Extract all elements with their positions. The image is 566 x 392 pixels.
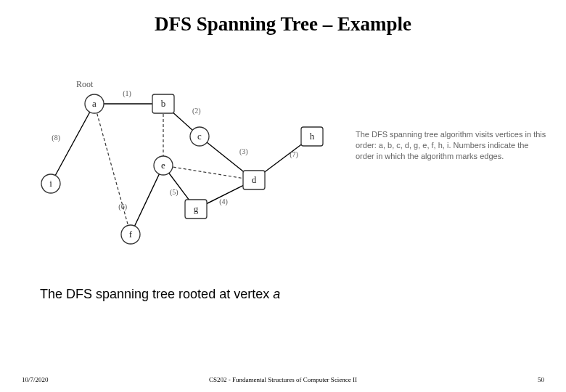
slide: DFS Spanning Tree – Example (1) (2) (3) … [0,0,566,392]
edge-label-4: (4) [219,197,228,206]
edge-label-8: (8) [52,134,60,142]
node-e: e [154,156,173,175]
caption: The DFS spanning tree rooted at vertex a [40,287,280,302]
node-h: h [301,127,323,146]
edge-label-2: (2) [192,107,201,115]
edge-e-d-back [163,166,254,180]
edge-label-1: (1) [123,89,131,98]
node-b-label: b [161,98,166,109]
node-b: b [152,94,174,113]
node-c-label: c [197,131,202,142]
node-i-label: i [49,178,52,189]
node-d: d [243,171,265,189]
node-f-label: f [129,229,133,240]
caption-prefix: The DFS spanning tree rooted at vertex [40,287,273,301]
caption-vertex: a [273,287,280,301]
node-i: i [41,174,60,193]
footer-course: CS202 - Fundamental Structures of Comput… [0,376,566,383]
root-label: Root [76,79,94,89]
slide-title: DFS Spanning Tree – Example [0,13,566,36]
node-f: f [121,225,140,244]
edge-a-i [51,104,94,184]
node-g: g [185,200,207,219]
node-g-label: g [194,203,199,214]
edge-label-5: (5) [170,188,179,197]
edge-label-7: (7) [290,150,298,159]
footer-page-number: 50 [538,376,544,383]
edge-e-f [131,166,163,234]
edge-a-f-back [94,104,131,234]
dfs-graph: (1) (2) (3) (4) (5) (6) (7) (8) a b c [22,64,341,253]
node-a: a [85,94,104,113]
node-c: c [190,127,209,146]
figure-area: (1) (2) (3) (4) (5) (6) (7) (8) a b c [22,64,544,253]
node-d-label: d [252,174,257,185]
edge-label-6: (6) [118,203,127,211]
explanation-text: The DFS spanning tree algorithm visits v… [356,129,548,162]
node-a-label: a [92,98,97,109]
node-h-label: h [310,131,315,142]
edge-label-3: (3) [239,147,248,156]
node-e-label: e [161,160,165,171]
